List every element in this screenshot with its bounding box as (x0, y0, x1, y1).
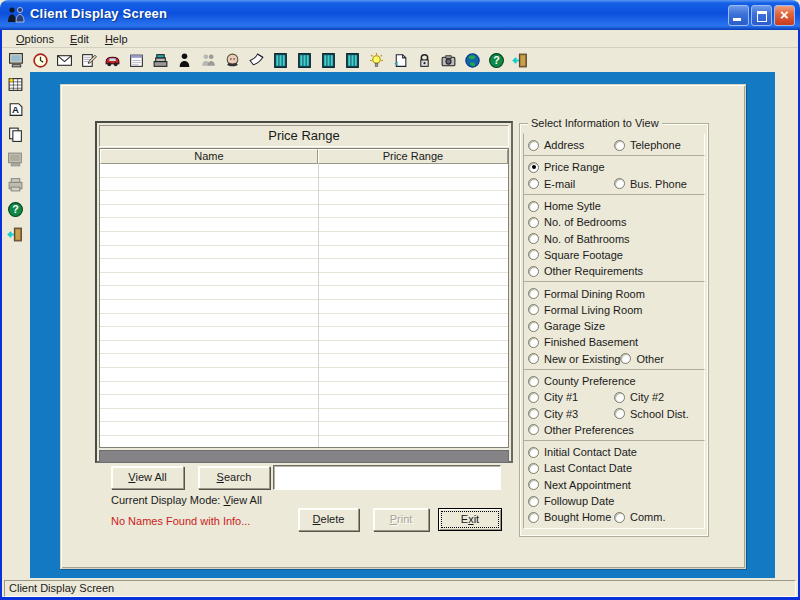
menu-help[interactable]: Help (97, 31, 136, 47)
menu-options[interactable]: Options (8, 31, 62, 47)
edit-note-icon[interactable] (79, 51, 97, 69)
radio-city-1[interactable]: City #1 (528, 391, 614, 403)
close-button[interactable]: × (774, 5, 795, 26)
radio-button-icon[interactable] (528, 201, 539, 212)
alarm-clock-icon[interactable] (31, 51, 49, 69)
radio-city-2[interactable]: City #2 (614, 391, 664, 403)
computer-icon[interactable] (7, 51, 25, 69)
radio-button-icon[interactable] (528, 321, 539, 332)
exit-icon[interactable] (7, 226, 25, 244)
radio-button-icon[interactable] (620, 353, 631, 364)
property-1-icon[interactable] (271, 51, 289, 69)
horizontal-scrollbar[interactable] (99, 450, 509, 463)
radio-button-icon[interactable] (528, 408, 539, 419)
cash-register-icon[interactable] (151, 51, 169, 69)
contact-phone-icon[interactable] (223, 51, 241, 69)
radio-price-range[interactable]: Price Range (528, 161, 605, 173)
radio-button-icon[interactable] (614, 392, 625, 403)
radio-e-mail[interactable]: E-mail (528, 178, 614, 190)
radio-button-icon[interactable] (528, 304, 539, 315)
radio-city-3[interactable]: City #3 (528, 408, 614, 420)
idea-icon[interactable] (367, 51, 385, 69)
radio-button-icon[interactable] (528, 496, 539, 507)
report-page-icon[interactable] (391, 51, 409, 69)
radio-finished-basement[interactable]: Finished Basement (528, 336, 638, 348)
property-4-icon[interactable] (343, 51, 361, 69)
radio-button-icon[interactable] (528, 376, 539, 387)
copy-icon[interactable] (7, 126, 25, 144)
radio-button-icon[interactable] (528, 463, 539, 474)
radio-comm[interactable]: Comm. (614, 511, 665, 523)
radio-home-sytle[interactable]: Home Sytle (528, 200, 601, 212)
radio-button-icon[interactable] (528, 249, 539, 260)
radio-next-appointment[interactable]: Next Appointment (528, 479, 631, 491)
car-icon[interactable] (103, 51, 121, 69)
search-button[interactable]: Search (198, 466, 270, 489)
radio-button-icon[interactable] (528, 162, 539, 173)
title-bar[interactable]: Client Display Screen × (0, 0, 800, 30)
grid-body[interactable] (100, 164, 508, 447)
notepad-icon[interactable] (127, 51, 145, 69)
radio-label: Next Appointment (544, 479, 631, 491)
view-all-button[interactable]: View All (111, 466, 184, 489)
radio-button-icon[interactable] (528, 288, 539, 299)
radio-last-contact-date[interactable]: Last Contact Date (528, 462, 632, 474)
send-letter-icon[interactable] (247, 51, 265, 69)
exit-button[interactable]: Exit (438, 508, 502, 531)
radio-followup-date[interactable]: Followup Date (528, 495, 614, 507)
radio-formal-dining-room[interactable]: Formal Dining Room (528, 288, 645, 300)
camera-icon[interactable] (439, 51, 457, 69)
menu-edit[interactable]: Edit (62, 31, 97, 47)
radio-garage-size[interactable]: Garage Size (528, 320, 605, 332)
help-icon[interactable]: ? (487, 51, 505, 69)
radio-button-icon[interactable] (528, 447, 539, 458)
radio-other[interactable]: Other (620, 353, 664, 365)
radio-button-icon[interactable] (528, 233, 539, 244)
radio-button-icon[interactable] (528, 140, 539, 151)
radio-new-or-existing[interactable]: New or Existing (528, 353, 620, 365)
radio-no-of-bathrooms[interactable]: No. of Bathrooms (528, 233, 630, 245)
radio-button-icon[interactable] (614, 140, 625, 151)
column-header-name[interactable]: Name (100, 149, 318, 164)
radio-button-icon[interactable] (528, 266, 539, 277)
radio-button-icon[interactable] (614, 408, 625, 419)
client-icon[interactable] (175, 51, 193, 69)
exit-icon[interactable] (511, 51, 529, 69)
property-3-icon[interactable] (319, 51, 337, 69)
radio-button-icon[interactable] (528, 392, 539, 403)
radio-address[interactable]: Address (528, 139, 614, 151)
web-globe-icon[interactable] (463, 51, 481, 69)
font-icon[interactable]: A (7, 101, 25, 119)
status-bar: Client Display Screen (2, 578, 798, 597)
radio-button-icon[interactable] (528, 353, 539, 364)
mail-icon[interactable] (55, 51, 73, 69)
help-icon[interactable]: ? (7, 201, 25, 219)
table-grid-icon[interactable] (7, 76, 25, 94)
radio-button-icon[interactable] (614, 178, 625, 189)
search-input[interactable] (273, 465, 501, 490)
property-2-icon[interactable] (295, 51, 313, 69)
radio-initial-contact-date[interactable]: Initial Contact Date (528, 446, 637, 458)
radio-button-icon[interactable] (528, 217, 539, 228)
radio-bus-phone[interactable]: Bus. Phone (614, 178, 687, 190)
radio-button-icon[interactable] (528, 178, 539, 189)
radio-formal-living-room[interactable]: Formal Living Room (528, 304, 642, 316)
radio-other-preferences[interactable]: Other Preferences (528, 424, 634, 436)
column-header-price-range[interactable]: Price Range (318, 149, 508, 164)
radio-button-icon[interactable] (528, 424, 539, 435)
radio-button-icon[interactable] (614, 512, 625, 523)
minimize-button[interactable] (728, 5, 749, 26)
delete-button[interactable]: Delete (298, 508, 359, 531)
radio-school-dist[interactable]: School Dist. (614, 408, 689, 420)
radio-other-requirements[interactable]: Other Requirements (528, 265, 643, 277)
radio-telephone[interactable]: Telephone (614, 139, 681, 151)
radio-county-preference[interactable]: County Preference (528, 375, 636, 387)
radio-button-icon[interactable] (528, 479, 539, 490)
radio-button-icon[interactable] (528, 337, 539, 348)
radio-bought-home[interactable]: Bought Home (528, 511, 614, 523)
radio-square-footage[interactable]: Square Footage (528, 249, 623, 261)
maximize-button[interactable] (751, 5, 772, 26)
lock-icon[interactable] (415, 51, 433, 69)
radio-button-icon[interactable] (528, 512, 539, 523)
radio-no-of-bedrooms[interactable]: No. of Bedrooms (528, 216, 627, 228)
